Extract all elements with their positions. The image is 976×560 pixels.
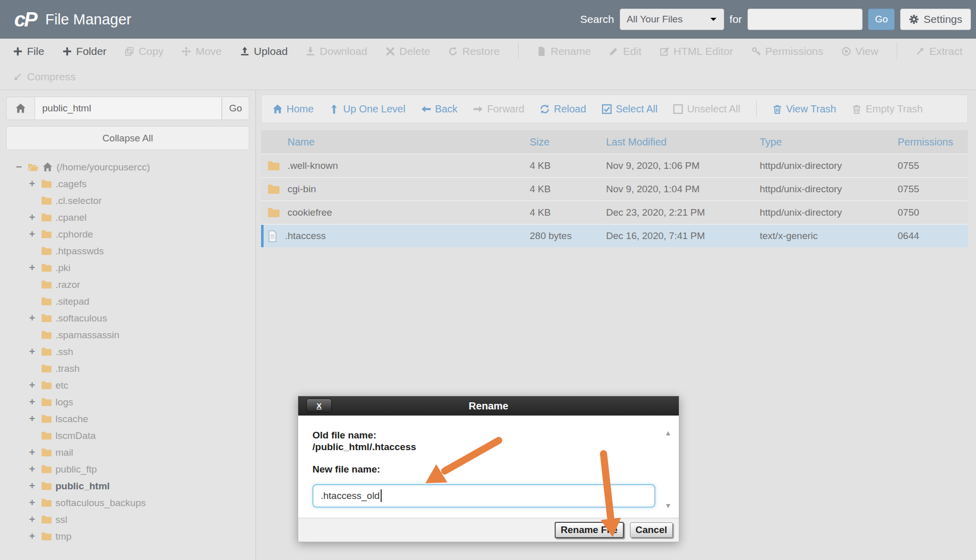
tree-item-sitepad[interactable]: .sitepad — [0, 293, 255, 310]
up-one-level-button[interactable]: Up One Level — [329, 103, 405, 115]
collapse-icon[interactable]: − — [13, 161, 24, 173]
folder-icon — [41, 515, 52, 524]
column-header-name[interactable]: Name — [261, 136, 530, 148]
toolbar-extract-button[interactable]: Extract — [915, 45, 962, 57]
toolbar-view-button[interactable]: View — [842, 45, 878, 57]
file-row-htaccess-selected[interactable]: .htaccess 280 bytes Dec 16, 2020, 7:41 P… — [261, 224, 968, 247]
expand-icon[interactable]: + — [26, 514, 38, 525]
settings-button[interactable]: Settings — [900, 9, 971, 30]
tree-item-public-ftp[interactable]: +public_ftp — [0, 461, 255, 478]
tree-item-cagefs[interactable]: +.cagefs — [0, 175, 255, 192]
toolbar-download-button[interactable]: Download — [306, 45, 367, 57]
tree-item-cphorde[interactable]: +.cphorde — [0, 226, 255, 243]
tree-item-mail[interactable]: +mail — [0, 444, 255, 461]
toolbar-move-button[interactable]: Move — [182, 45, 221, 57]
view-trash-button[interactable]: View Trash — [772, 103, 837, 115]
new-file-name-input[interactable]: .htaccess_old — [312, 484, 655, 508]
column-header-type[interactable]: Type — [760, 136, 898, 148]
tree-item-softaculous-backups[interactable]: +softaculous_backups — [0, 494, 255, 511]
dialog-close-button[interactable]: X — [306, 399, 332, 412]
rename-file-button[interactable]: Rename File — [555, 522, 624, 538]
tree-item-cpanel[interactable]: +.cpanel — [0, 209, 255, 226]
toolbar-rename-button[interactable]: Rename — [537, 45, 591, 57]
expand-icon[interactable]: + — [26, 480, 38, 492]
x-icon — [386, 47, 395, 56]
expand-icon[interactable]: + — [26, 312, 38, 324]
expand-icon[interactable]: + — [26, 463, 38, 475]
search-area: Search All Your Files for Go Settings — [580, 9, 971, 30]
expand-icon[interactable]: + — [26, 262, 38, 274]
toolbar-compress-button[interactable]: Compress — [13, 71, 76, 83]
tree-item-softaculous[interactable]: +.softaculous — [0, 310, 255, 327]
unselect-all-button[interactable]: Unselect All — [673, 103, 740, 115]
reload-button[interactable]: Reload — [540, 103, 586, 115]
home-path-button[interactable] — [6, 97, 35, 120]
tree-item-pki[interactable]: +.pki — [0, 259, 255, 276]
column-header-last-modified[interactable]: Last Modified — [606, 136, 760, 148]
tree-item-ssl[interactable]: +ssl — [0, 511, 255, 528]
tree-item-logs[interactable]: +logs — [0, 394, 255, 410]
toolbar-file-button[interactable]: File — [13, 45, 44, 57]
home-button[interactable]: Home — [273, 103, 313, 115]
expand-icon[interactable]: + — [26, 413, 38, 425]
toolbar-html-editor-button[interactable]: HTML Editor — [660, 45, 733, 57]
sidebar: Go Collapse All − (/home/yourcpusercc) +… — [0, 90, 256, 560]
toolbar-copy-button[interactable]: Copy — [125, 45, 163, 57]
file-row-cookiefree[interactable]: cookiefree 4 KB Dec 23, 2020, 2:21 PM ht… — [261, 200, 968, 224]
scroll-up-icon[interactable]: ▲ — [665, 429, 672, 437]
search-input[interactable] — [748, 9, 863, 30]
tree-item-root[interactable]: − (/home/yourcpusercc) — [0, 159, 255, 175]
folder-icon — [41, 314, 52, 322]
path-input[interactable] — [35, 97, 222, 120]
toolbar-delete-button[interactable]: Delete — [386, 45, 430, 57]
tree-item-razor[interactable]: .razor — [0, 276, 255, 293]
expand-icon[interactable]: + — [26, 178, 38, 190]
expand-icon[interactable]: + — [26, 228, 38, 240]
dialog-body: Old file name: /public_html/.htaccess Ne… — [298, 416, 679, 518]
tree-item-trash[interactable]: .trash — [0, 360, 255, 377]
empty-trash-button[interactable]: Empty Trash — [852, 103, 923, 115]
expand-icon[interactable]: + — [26, 530, 38, 542]
dialog-scrollbar[interactable]: ▲ ▼ — [663, 429, 674, 510]
tree-item-etc[interactable]: +etc — [0, 377, 255, 394]
toolbar-upload-button[interactable]: Upload — [240, 45, 288, 57]
expand-icon[interactable]: + — [26, 379, 38, 391]
column-header-permissions[interactable]: Permissions — [898, 136, 968, 148]
back-button[interactable]: Back — [421, 103, 457, 115]
folder-icon — [268, 184, 280, 194]
cancel-button[interactable]: Cancel — [630, 522, 673, 538]
tree-item-lscache[interactable]: +lscache — [0, 410, 255, 427]
toolbar-permissions-button[interactable]: Permissions — [752, 45, 823, 57]
tree-item-public-html[interactable]: +public_html — [0, 478, 255, 494]
expand-icon[interactable]: + — [26, 212, 38, 223]
forward-button[interactable]: Forward — [473, 103, 524, 115]
move-icon — [182, 47, 191, 56]
tree-item-lscmdata[interactable]: lscmData — [0, 427, 255, 444]
toolbar-edit-button[interactable]: Edit — [609, 45, 641, 57]
expand-icon[interactable]: + — [26, 497, 38, 509]
toolbar-restore-button[interactable]: Restore — [448, 45, 500, 57]
toolbar-folder-button[interactable]: Folder — [63, 45, 107, 57]
plus-icon — [13, 47, 22, 56]
search-scope-select[interactable]: All Your Files — [620, 9, 724, 30]
tree-item-cl-selector[interactable]: .cl.selector — [0, 192, 255, 209]
column-header-size[interactable]: Size — [530, 136, 606, 148]
collapse-all-button[interactable]: Collapse All — [6, 126, 249, 150]
search-go-button[interactable]: Go — [868, 9, 895, 30]
tree-item-spamassassin[interactable]: .spamassassin — [0, 327, 255, 343]
path-go-button[interactable]: Go — [222, 97, 249, 120]
folder-icon — [268, 208, 280, 218]
file-row-cgi-bin[interactable]: cgi-bin 4 KB Nov 9, 2020, 1:04 PM httpd/… — [261, 177, 968, 200]
folder-icon — [41, 213, 52, 222]
select-all-button[interactable]: Select All — [602, 103, 657, 115]
folder-icon — [41, 415, 52, 423]
path-bar: Go — [6, 97, 249, 120]
tree-item-ssh[interactable]: +.ssh — [0, 343, 255, 360]
file-row-well-known[interactable]: .well-known 4 KB Nov 9, 2020, 1:06 PM ht… — [261, 154, 968, 177]
expand-icon[interactable]: + — [26, 447, 38, 458]
tree-item-htpasswds[interactable]: .htpasswds — [0, 243, 255, 259]
expand-icon[interactable]: + — [26, 396, 38, 408]
tree-item-tmp[interactable]: +tmp — [0, 528, 255, 545]
expand-icon[interactable]: + — [26, 346, 38, 358]
scroll-down-icon[interactable]: ▼ — [665, 502, 672, 510]
